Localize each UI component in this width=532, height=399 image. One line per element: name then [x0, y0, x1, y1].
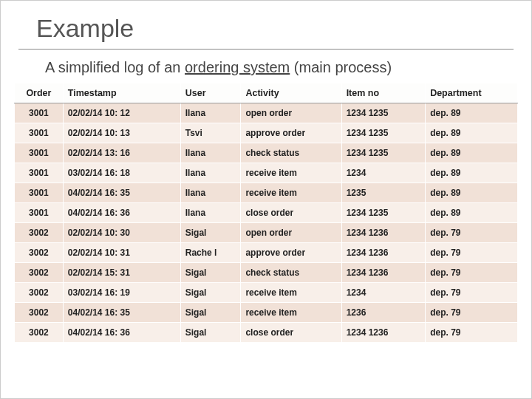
- cell-item: 1234 1236: [341, 243, 426, 263]
- cell-user: Sigal: [180, 263, 241, 283]
- cell-user: Ilana: [180, 183, 241, 203]
- cell-activity: close order: [241, 323, 341, 343]
- cell-order: 3002: [15, 283, 64, 303]
- cell-activity: open order: [241, 223, 341, 243]
- cell-timestamp: 02/02/14 10: 31: [63, 243, 180, 263]
- cell-timestamp: 03/02/14 16: 18: [63, 163, 180, 183]
- cell-order: 3001: [15, 203, 64, 223]
- cell-dept: dep. 89: [426, 163, 518, 183]
- table-row: 300202/02/14 10: 30Sigalopen order1234 1…: [15, 223, 518, 243]
- cell-order: 3002: [15, 323, 64, 343]
- table-row: 300102/02/14 10: 13Tsviapprove order1234…: [15, 123, 518, 143]
- cell-timestamp: 02/02/14 15: 31: [63, 263, 180, 283]
- cell-order: 3001: [15, 123, 64, 143]
- cell-dept: dep. 89: [426, 203, 518, 223]
- cell-dept: dep. 79: [426, 263, 518, 283]
- cell-dept: dep. 79: [426, 283, 518, 303]
- table-row: 300103/02/14 16: 18Ilanareceive item1234…: [15, 163, 518, 183]
- cell-dept: dep. 89: [426, 183, 518, 203]
- slide-title: Example: [1, 1, 531, 47]
- table-row: 300204/02/14 16: 36Sigalclose order1234 …: [15, 323, 518, 343]
- cell-item: 1234 1235: [341, 143, 426, 163]
- cell-item: 1234 1235: [341, 203, 426, 223]
- cell-timestamp: 02/02/14 13: 16: [63, 143, 180, 163]
- cell-activity: receive item: [241, 163, 341, 183]
- table-row: 300104/02/14 16: 36Ilanaclose order1234 …: [15, 203, 518, 223]
- cell-item: 1234: [341, 283, 426, 303]
- log-table: Order Timestamp User Activity Item no De…: [14, 83, 518, 343]
- cell-user: Ilana: [180, 143, 241, 163]
- table-row: 300204/02/14 16: 35Sigalreceive item1236…: [15, 303, 518, 323]
- cell-timestamp: 04/02/14 16: 36: [63, 323, 180, 343]
- cell-dept: dep. 89: [426, 143, 518, 163]
- cell-user: Sigal: [180, 223, 241, 243]
- cell-dept: dep. 89: [426, 103, 518, 123]
- cell-timestamp: 04/02/14 16: 35: [63, 303, 180, 323]
- cell-user: Ilana: [180, 163, 241, 183]
- cell-item: 1235: [341, 183, 426, 203]
- divider: [18, 49, 514, 50]
- cell-timestamp: 02/02/14 10: 13: [63, 123, 180, 143]
- cell-activity: check status: [241, 143, 341, 163]
- cell-dept: dep. 79: [426, 223, 518, 243]
- table-header-row: Order Timestamp User Activity Item no De…: [15, 83, 518, 103]
- cell-order: 3002: [15, 223, 64, 243]
- cell-item: 1234 1236: [341, 223, 426, 243]
- cell-dept: dep. 79: [426, 243, 518, 263]
- col-activity: Activity: [241, 83, 341, 103]
- cell-dept: dep. 79: [426, 323, 518, 343]
- cell-item: 1234 1235: [341, 123, 426, 143]
- cell-activity: receive item: [241, 303, 341, 323]
- cell-timestamp: 04/02/14 16: 35: [63, 183, 180, 203]
- cell-timestamp: 02/02/14 10: 12: [63, 103, 180, 123]
- cell-activity: open order: [241, 103, 341, 123]
- cell-user: Rache l: [180, 243, 241, 263]
- cell-timestamp: 03/02/14 16: 19: [63, 283, 180, 303]
- slide-subtitle: A simplified log of an ordering system (…: [1, 55, 531, 83]
- subtitle-part-a: A simplified log of an: [45, 59, 185, 75]
- log-table-container: Order Timestamp User Activity Item no De…: [14, 83, 518, 343]
- cell-order: 3002: [15, 263, 64, 283]
- cell-dept: dep. 89: [426, 123, 518, 143]
- cell-order: 3001: [15, 103, 64, 123]
- cell-item: 1236: [341, 303, 426, 323]
- col-order: Order: [15, 83, 64, 103]
- cell-order: 3001: [15, 143, 64, 163]
- cell-user: Sigal: [180, 323, 241, 343]
- cell-activity: approve order: [241, 243, 341, 263]
- cell-activity: close order: [241, 203, 341, 223]
- cell-order: 3001: [15, 183, 64, 203]
- col-user: User: [180, 83, 241, 103]
- cell-timestamp: 02/02/14 10: 30: [63, 223, 180, 243]
- cell-user: Tsvi: [180, 123, 241, 143]
- cell-item: 1234 1236: [341, 323, 426, 343]
- table-row: 300104/02/14 16: 35Ilanareceive item1235…: [15, 183, 518, 203]
- cell-activity: check status: [241, 263, 341, 283]
- cell-order: 3001: [15, 163, 64, 183]
- table-row: 300202/02/14 15: 31Sigalcheck status1234…: [15, 263, 518, 283]
- cell-activity: receive item: [241, 283, 341, 303]
- cell-user: Sigal: [180, 303, 241, 323]
- table-row: 300203/02/14 16: 19Sigalreceive item1234…: [15, 283, 518, 303]
- cell-activity: approve order: [241, 123, 341, 143]
- cell-item: 1234: [341, 163, 426, 183]
- cell-timestamp: 04/02/14 16: 36: [63, 203, 180, 223]
- cell-activity: receive item: [241, 183, 341, 203]
- table-row: 300202/02/14 10: 31Rache lapprove order1…: [15, 243, 518, 263]
- subtitle-part-c: (main process): [290, 59, 392, 75]
- cell-item: 1234 1235: [341, 103, 426, 123]
- table-row: 300102/02/14 10: 12Ilanaopen order1234 1…: [15, 103, 518, 123]
- col-dept: Department: [426, 83, 518, 103]
- cell-dept: dep. 79: [426, 303, 518, 323]
- subtitle-underline: ordering system: [185, 59, 290, 75]
- cell-user: Sigal: [180, 283, 241, 303]
- cell-order: 3002: [15, 303, 64, 323]
- cell-user: Ilana: [180, 203, 241, 223]
- table-row: 300102/02/14 13: 16Ilanacheck status1234…: [15, 143, 518, 163]
- cell-item: 1234 1236: [341, 263, 426, 283]
- col-item: Item no: [341, 83, 426, 103]
- cell-user: Ilana: [180, 103, 241, 123]
- col-timestamp: Timestamp: [63, 83, 180, 103]
- cell-order: 3002: [15, 243, 64, 263]
